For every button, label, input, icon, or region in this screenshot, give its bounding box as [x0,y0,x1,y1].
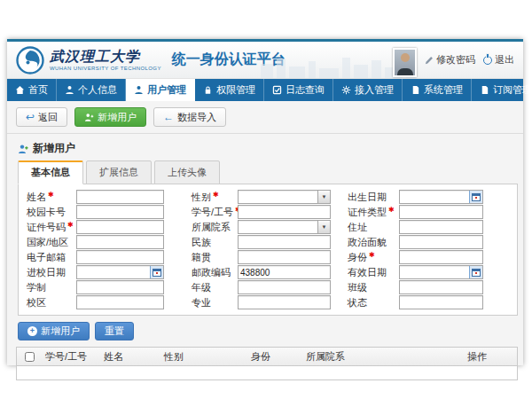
data-import-button[interactable]: ← 数据导入 [153,107,226,127]
home-icon [15,85,25,95]
field-label: 证件号码✱ [23,221,76,234]
field-input[interactable] [239,221,317,233]
form-field: 证件号码✱ [23,221,184,233]
dropdown-arrow-icon[interactable]: ▼ [317,221,330,233]
calendar-glyph [153,269,161,277]
nav-item-label: 用户管理 [147,83,186,97]
form-field: 民族 [188,236,340,248]
field-input[interactable] [400,266,469,278]
nav-item-6[interactable]: 系统管理 [403,79,472,101]
nav-item-0[interactable]: 首页 [7,79,57,101]
dropdown-arrow-icon[interactable]: ▼ [317,191,330,203]
nav-item-7[interactable]: 订阅管理 [472,79,532,101]
field-input[interactable] [400,206,482,218]
field-input[interactable] [239,296,330,309]
field-input[interactable] [400,251,482,263]
document-icon [480,85,489,95]
required-marker: ✱ [48,191,54,199]
lock-icon [203,85,213,95]
field-label: 进校日期 [23,266,76,279]
power-icon [483,56,492,65]
form-field: 住址 [344,221,512,233]
change-password-link[interactable]: 修改密码 [425,53,475,66]
form-field: 学号/工号✱ [188,206,340,218]
form-field: 进校日期 [23,266,184,278]
add-user-icon [84,113,94,122]
field-input[interactable] [400,281,482,293]
content-area: ↩ 返回 新增用户 ← 数据导入 [7,101,523,380]
tab-0[interactable]: 基本信息 [18,160,83,184]
logout-label: 退出 [495,53,514,66]
form-field: 学制 [23,281,184,293]
nav-item-label: 接入管理 [355,83,394,97]
field-input[interactable] [77,266,150,278]
reset-button[interactable]: 重置 [95,322,134,340]
select-all-checkbox[interactable] [25,352,35,362]
field-label: 邮政编码 [188,266,238,279]
calendar-icon[interactable] [469,191,482,203]
field-input[interactable] [400,191,469,203]
form-tabs: 基本信息扩展信息上传头像 [7,160,523,184]
required-marker: ✱ [369,251,375,259]
calendar-icon[interactable] [150,266,163,278]
field-input[interactable] [77,251,163,263]
field-input[interactable] [77,206,163,218]
input-box [238,280,331,294]
required-marker: ✱ [388,206,395,214]
field-input[interactable] [77,221,163,233]
form-field: 所属院系▼ [188,221,340,233]
logout-link[interactable]: 退出 [483,53,514,66]
input-box [399,220,483,234]
user-icon [65,85,74,95]
nav-item-4[interactable]: 日志查询 [264,79,333,101]
field-input[interactable] [239,281,330,293]
field-input[interactable] [400,236,482,248]
calendar-glyph [472,193,481,201]
table-column-header: 性别 [160,350,247,364]
tab-1[interactable]: 扩展信息 [86,160,152,184]
data-import-label: 数据导入 [177,111,216,124]
change-password-label: 修改密码 [436,53,475,66]
field-input[interactable] [400,221,482,233]
input-box: ▼ [238,190,331,204]
nav-item-label: 系统管理 [424,83,463,97]
university-logo [16,46,44,74]
form-field: 籍贯 [188,251,340,263]
tab-2[interactable]: 上传头像 [154,160,220,184]
user-form: 姓名✱性别✱▼出生日期校园卡号学号/工号✱证件类型✱证件号码✱所属院系▼住址国家… [23,191,512,309]
field-input[interactable] [239,206,330,218]
field-input[interactable] [239,236,330,248]
nav-item-3[interactable]: 权限管理 [195,79,264,101]
nav-item-label: 首页 [28,83,48,97]
user-icon [134,85,144,95]
input-box [399,235,483,249]
field-input[interactable] [400,296,482,309]
form-field: 专业 [188,296,340,309]
new-user-toolbar-button[interactable]: 新增用户 [74,107,146,127]
field-input[interactable] [77,236,163,248]
form-field: 出生日期 [344,191,512,203]
field-label: 所属院系 [188,221,238,234]
submit-add-user-button[interactable]: + 新增用户 [18,322,90,340]
nav-item-1[interactable]: 个人信息 [57,79,126,101]
form-field: 证件类型✱ [344,206,512,218]
nav-item-5[interactable]: 接入管理 [333,79,403,101]
calendar-icon[interactable] [469,266,482,278]
back-button[interactable]: ↩ 返回 [16,107,67,127]
field-input[interactable] [77,296,163,309]
field-input[interactable] [239,251,330,263]
field-input[interactable] [239,191,317,203]
field-label: 国家/地区 [23,236,76,249]
form-field: 国家/地区 [23,236,184,248]
input-box [76,205,164,219]
field-input[interactable] [239,266,330,278]
field-label: 校园卡号 [23,206,76,219]
field-input[interactable] [77,281,163,293]
form-field: 电子邮箱 [23,251,184,263]
form-field: 状态 [344,296,512,309]
document-icon [411,85,420,95]
nav-item-2[interactable]: 用户管理 [126,79,195,101]
input-box [76,235,164,249]
field-input[interactable] [77,191,163,203]
pencil-icon [425,56,434,65]
